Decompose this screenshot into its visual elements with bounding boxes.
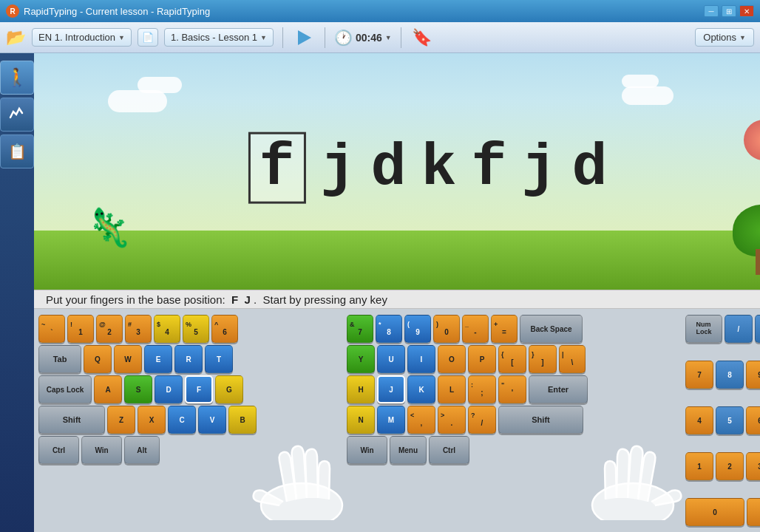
- key-q[interactable]: Q: [84, 345, 112, 373]
- close-button[interactable]: ✕: [739, 5, 754, 17]
- key-bracket-l[interactable]: {[: [498, 345, 526, 373]
- maximize-button[interactable]: ⊞: [722, 5, 736, 17]
- key-quote[interactable]: "': [498, 375, 526, 403]
- key-comma[interactable]: <,: [407, 406, 435, 434]
- key-u[interactable]: U: [377, 345, 405, 373]
- key-enter[interactable]: Enter: [529, 375, 588, 403]
- key-backslash[interactable]: |\: [559, 345, 586, 373]
- key-c[interactable]: C: [168, 406, 196, 434]
- timer-display[interactable]: 🕐 00:46 ▼: [334, 29, 392, 47]
- key-ctrl-right[interactable]: Ctrl: [429, 436, 469, 464]
- key-r[interactable]: R: [174, 345, 203, 373]
- number-row-right: &7 *8 (9 )0 _- += Back Space: [347, 315, 588, 343]
- key-f[interactable]: F: [185, 375, 213, 403]
- tree-trunk: [756, 249, 760, 275]
- course-dropdown[interactable]: EN 1. Introduction ▼: [32, 28, 132, 47]
- key-j[interactable]: J: [377, 375, 405, 403]
- status-bar: Put your fingers in the base position: F…: [34, 290, 760, 309]
- sidebar-item-records[interactable]: 📋: [0, 134, 34, 168]
- options-button[interactable]: Options ▼: [695, 28, 754, 47]
- key-win-left[interactable]: Win: [81, 436, 122, 464]
- key-3[interactable]: #3: [125, 315, 152, 343]
- key-o[interactable]: O: [438, 345, 466, 373]
- stats-icon: [8, 104, 26, 126]
- key-shift-left[interactable]: Shift: [38, 406, 105, 434]
- key-a[interactable]: A: [94, 375, 122, 403]
- key-ctrl-left[interactable]: Ctrl: [38, 436, 79, 464]
- hjkl-row: H J K L :; "' Enter: [347, 375, 588, 403]
- key-z[interactable]: Z: [107, 406, 135, 434]
- key-2[interactable]: @2: [96, 315, 123, 343]
- key-numlock[interactable]: NumLock: [685, 315, 722, 343]
- key-x[interactable]: X: [138, 406, 166, 434]
- tree: [733, 205, 760, 275]
- numpad-row-4: 1 2 3 Enter: [685, 437, 760, 496]
- key-period[interactable]: >.: [438, 406, 466, 434]
- flag-button[interactable]: 🔖: [410, 27, 433, 49]
- lesson-label: 1. Basics - Lesson 1: [171, 32, 257, 43]
- key-g[interactable]: G: [215, 375, 243, 403]
- key-d[interactable]: D: [155, 375, 183, 403]
- key-num-slash[interactable]: /: [725, 315, 753, 343]
- key-t[interactable]: T: [205, 345, 233, 373]
- key-9-num[interactable]: (9: [404, 315, 431, 343]
- key-l[interactable]: L: [438, 375, 466, 403]
- key-e[interactable]: E: [144, 345, 172, 373]
- key-1[interactable]: !1: [67, 315, 94, 343]
- keyboard-right: &7 *8 (9 )0 _- += Back Space Y U I O P {…: [347, 315, 588, 526]
- key-num-8[interactable]: 8: [716, 361, 744, 389]
- key-num-2[interactable]: 2: [716, 452, 744, 480]
- key-num-6[interactable]: 6: [746, 406, 760, 434]
- lesson-dropdown[interactable]: 1. Basics - Lesson 1 ▼: [164, 28, 274, 47]
- key-bracket-r[interactable]: }]: [529, 345, 557, 373]
- key-num-dot[interactable]: .: [747, 498, 760, 526]
- key-num-3[interactable]: 3: [746, 452, 760, 480]
- lesson-file-icon[interactable]: 📄: [138, 28, 158, 47]
- cloud-3: [622, 86, 674, 105]
- key-m[interactable]: M: [377, 406, 405, 434]
- key-5[interactable]: %5: [183, 315, 209, 343]
- key-semicolon[interactable]: :;: [468, 375, 496, 403]
- separator-3: [401, 27, 401, 48]
- key-equals[interactable]: +=: [491, 315, 518, 343]
- records-icon: 📋: [8, 143, 27, 160]
- key-backspace[interactable]: Back Space: [520, 315, 583, 343]
- key-num-star[interactable]: *: [755, 315, 760, 343]
- key-slash[interactable]: ?/: [468, 406, 496, 434]
- key-h[interactable]: H: [347, 375, 375, 403]
- key-4[interactable]: $4: [154, 315, 180, 343]
- play-button[interactable]: [292, 26, 316, 50]
- key-backtick[interactable]: ~`: [38, 315, 65, 343]
- key-capslock[interactable]: Caps Lock: [38, 375, 92, 403]
- window-controls[interactable]: ─ ⊞ ✕: [704, 5, 754, 17]
- key-tab[interactable]: Tab: [38, 345, 81, 373]
- key-7-num[interactable]: &7: [347, 315, 373, 343]
- sidebar-item-lesson[interactable]: 🚶: [0, 61, 34, 95]
- key-p[interactable]: P: [468, 345, 496, 373]
- key-num-5[interactable]: 5: [716, 406, 744, 434]
- key-y[interactable]: Y: [347, 345, 375, 373]
- app-icon: R: [6, 4, 19, 18]
- key-0-num[interactable]: )0: [433, 315, 460, 343]
- key-menu[interactable]: Menu: [390, 436, 427, 464]
- base-key-f: F: [231, 293, 238, 306]
- minimize-button[interactable]: ─: [704, 5, 719, 17]
- key-k[interactable]: K: [407, 375, 435, 403]
- key-6[interactable]: ^6: [211, 315, 238, 343]
- key-alt-left[interactable]: Alt: [124, 436, 160, 464]
- key-v[interactable]: V: [198, 406, 226, 434]
- key-i[interactable]: I: [407, 345, 435, 373]
- key-minus[interactable]: _-: [462, 315, 489, 343]
- key-8-num[interactable]: *8: [376, 315, 402, 343]
- main-area: 🚶 📋 �: [0, 53, 760, 532]
- key-num-7[interactable]: 7: [685, 361, 713, 389]
- key-num-9[interactable]: 9: [746, 361, 760, 389]
- play-icon: [298, 30, 311, 45]
- key-w[interactable]: W: [114, 345, 142, 373]
- options-dropdown-arrow: ▼: [739, 34, 746, 41]
- asdf-row-left: Caps Lock A S D F G: [38, 375, 257, 403]
- char-3: d: [370, 134, 406, 202]
- char-6: j: [522, 134, 557, 202]
- sidebar-item-stats[interactable]: [0, 98, 34, 132]
- key-s[interactable]: S: [124, 375, 152, 403]
